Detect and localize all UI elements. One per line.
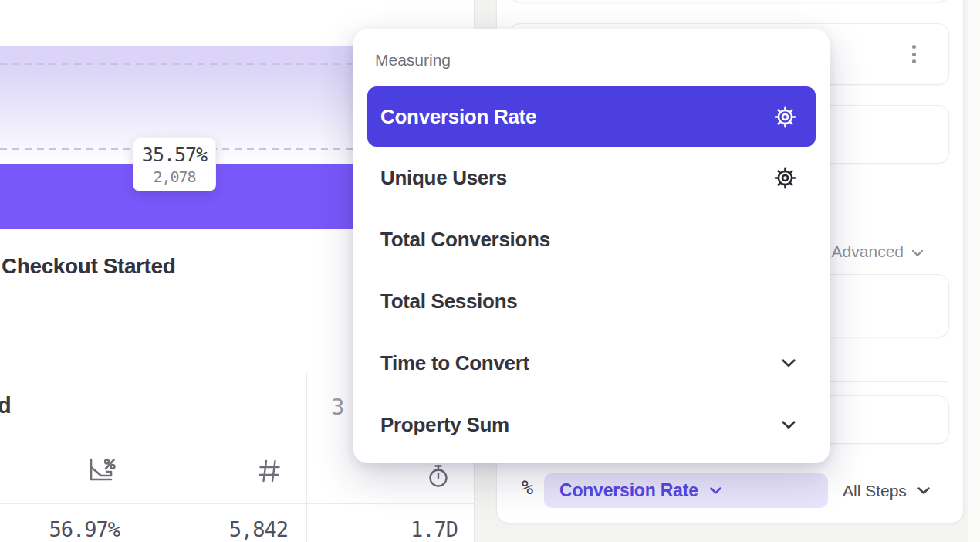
measurement-chip[interactable]: Conversion Rate [544,473,828,508]
table-column-divider [306,373,307,542]
percent-symbol-label: % [522,476,533,499]
page-edge [968,0,980,542]
conversion-rate-icon [85,455,116,489]
advanced-label: Advanced [832,242,904,261]
table-cell-time: 1.7D [324,517,458,541]
menu-item-property-sum[interactable]: Property Sum [367,394,816,456]
table-cell-conversion-rate: 56.97% [0,517,120,541]
menu-item-total-sessions[interactable]: Total Sessions [367,270,816,332]
chevron-down-icon [781,420,796,430]
dropdown-section-label: Measuring [375,51,816,69]
chevron-down-icon [709,484,722,498]
menu-item-total-conversions[interactable]: Total Conversions [367,208,816,270]
table-next-step-number: 3 [331,394,344,420]
step-card[interactable] [509,0,949,2]
all-steps-label: All Steps [843,482,907,500]
kebab-menu-icon[interactable] [909,42,919,66]
menu-item-conversion-rate[interactable]: Conversion Rate [367,86,816,147]
menu-item-label: Time to Convert [380,351,529,375]
menu-item-label: Total Sessions [380,290,517,313]
tooltip-count-value: 2,078 [153,168,195,186]
measuring-dropdown-menu: Measuring Conversion Rate Unique Users [353,29,830,463]
chevron-down-icon [911,242,924,261]
table-cell-count: 5,842 [139,517,288,541]
chart-tooltip: 35.57% 2,078 [133,137,216,191]
total-count-icon [256,457,282,488]
table-prev-step-label: d [0,393,12,418]
menu-item-time-to-convert[interactable]: Time to Convert [367,332,816,394]
menu-item-label: Unique Users [380,166,507,190]
menu-item-label: Conversion Rate [380,105,536,129]
menu-item-label: Property Sum [380,413,509,437]
gear-icon[interactable] [774,106,796,128]
menu-item-label: Total Conversions [380,228,550,252]
funnel-step-label: Checkout Started [2,254,175,279]
time-to-convert-icon [427,463,450,493]
divider [0,503,475,504]
chevron-down-icon [781,358,796,368]
all-steps-selector[interactable]: All Steps [843,479,931,503]
menu-item-unique-users[interactable]: Unique Users [367,147,816,208]
measurement-chip-label: Conversion Rate [559,480,698,501]
tooltip-rate-value: 35.57% [142,144,207,166]
gear-icon[interactable] [774,167,796,189]
chevron-down-icon [917,484,931,498]
